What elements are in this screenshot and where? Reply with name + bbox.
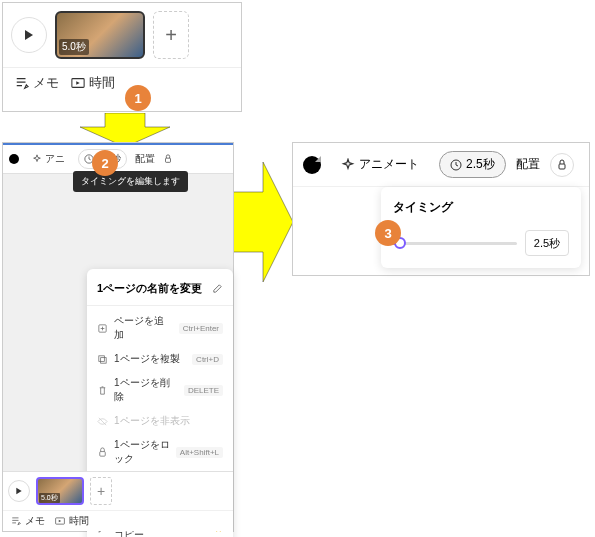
svg-rect-4 [99,355,105,361]
animate-button[interactable]: アニメート [331,152,429,177]
panel1-bottom-row: メモ 時間 [3,67,241,98]
play-button-small[interactable] [8,480,30,502]
step-badge-3: 3 [375,220,401,246]
panel-2: アニ 5.0秒 配置 タイミングを編集します 1ページの名前を変更 ページを追加… [2,142,234,532]
shortcut-label: Alt+Shift+L [176,447,223,458]
timing-slider[interactable] [393,242,517,245]
time-value-label: 2.5秒 [466,156,495,173]
menu-item-label: 1ページをロック [114,438,170,466]
play-button[interactable] [11,17,47,53]
time-button[interactable]: 時間 [71,74,115,92]
trash-icon [97,385,108,396]
footer-thumbs-row: 5.0秒 + [3,472,233,510]
timing-value-input[interactable]: 2.5秒 [525,230,569,256]
memo-label: メモ [25,514,45,528]
play-icon [15,487,23,495]
edit-icon [212,283,223,294]
page-thumbnail-small[interactable]: 5.0秒 [36,477,84,505]
thumbnail-duration-label: 5.0秒 [59,39,89,55]
svg-rect-5 [101,357,107,363]
thumb-sm-duration: 5.0秒 [39,493,60,503]
lock-icon[interactable] [163,154,173,164]
shortcut-label: Ctrl+Enter [179,323,223,334]
panel2-footer: 5.0秒 + メモ 時間 [3,471,233,531]
memo-button-small[interactable]: メモ [11,514,45,528]
memo-button[interactable]: メモ [15,74,59,92]
menu-header-label: 1ページの名前を変更 [97,281,202,296]
menu-hide-page: 1ページを非表示 [87,409,233,433]
menu-delete-page[interactable]: 1ページを削除 DELETE [87,371,233,409]
add-page-small[interactable]: + [90,477,112,505]
memo-icon [11,516,21,526]
panel-3: アニメート 2.5秒 配置 タイミング 2.5秒 [292,142,590,276]
sparkle-icon [341,158,355,172]
page-thumbnail[interactable]: 5.0秒 [55,11,145,59]
animate-label: アニメート [359,156,419,173]
app-logo [303,156,321,174]
menu-item-label: 1ページを非表示 [114,414,190,428]
time-rect-icon [71,76,85,90]
menu-item-label: 1ページを削除 [114,376,178,404]
layout-label[interactable]: 配置 [516,156,540,173]
lock-button[interactable] [550,153,574,177]
plus-icon [97,323,108,334]
time-button-small[interactable]: 時間 [55,514,89,528]
add-page-button[interactable]: + [153,11,189,59]
sparkle-icon [32,154,42,164]
play-icon [23,29,35,41]
panel1-top-row: 5.0秒 + [3,3,241,67]
memo-icon [15,76,29,90]
animate-pill[interactable]: アニ [27,150,70,168]
eye-off-icon [97,416,108,427]
time-pill[interactable]: 2.5秒 [439,151,506,178]
time-label: 時間 [69,514,89,528]
arrow-right-icon [233,162,293,282]
menu-item-label: 1ページを複製 [114,352,180,366]
animate-short-label: アニ [45,152,65,166]
shortcut-label: DELETE [184,385,223,396]
copy-icon [97,354,108,365]
time-label: 時間 [89,74,115,92]
svg-rect-6 [100,451,106,456]
step-badge-2: 2 [92,150,118,176]
footer-bottom-row: メモ 時間 [3,510,233,531]
clock-icon [450,159,462,171]
lock-icon [556,159,568,171]
step-badge-1: 1 [125,85,151,111]
time-rect-icon [55,516,65,526]
memo-label: メモ [33,74,59,92]
menu-item-label: ページを追加 [114,314,173,342]
app-logo-dot [9,154,19,164]
menu-add-page[interactable]: ページを追加 Ctrl+Enter [87,309,233,347]
menu-lock-page[interactable]: 1ページをロック Alt+Shift+L [87,433,233,471]
svg-rect-11 [559,164,565,169]
timing-popup: タイミング 2.5秒 [381,187,581,268]
lock-icon [97,447,108,458]
timing-tooltip: タイミングを編集します [73,171,188,192]
panel3-toolbar: アニメート 2.5秒 配置 [293,143,589,187]
menu-duplicate-page[interactable]: 1ページを複製 Ctrl+D [87,347,233,371]
svg-rect-2 [165,158,170,162]
panel2-toolbar: アニ 5.0秒 配置 タイミングを編集します [3,143,233,174]
shortcut-label: Ctrl+D [192,354,223,365]
panel-1: 5.0秒 + メモ 時間 [2,2,242,112]
menu-header[interactable]: 1ページの名前を変更 [87,275,233,302]
menu-divider [87,305,233,306]
layout-label[interactable]: 配置 [135,152,155,166]
timing-slider-row: 2.5秒 [393,230,569,256]
timing-popup-title: タイミング [393,199,569,216]
